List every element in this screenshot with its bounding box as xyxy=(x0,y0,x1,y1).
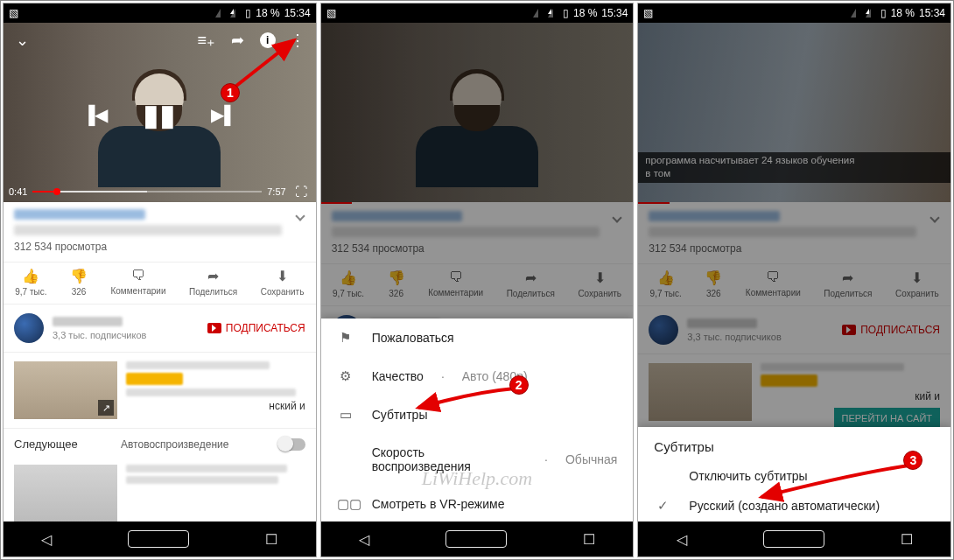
flag-icon: ⚑ xyxy=(337,330,354,346)
picture-icon: ▧ xyxy=(326,7,336,19)
menu-vr[interactable]: ▢▢Смотреть в VR-режиме xyxy=(321,485,634,522)
status-bar: ▧ ▯ 18 % 15:34 xyxy=(638,4,950,23)
progress-bar[interactable] xyxy=(32,191,262,192)
subscriber-count: 3,3 тыс. подписчиков xyxy=(53,330,146,340)
collapse-icon[interactable]: ⌄ xyxy=(12,31,32,50)
signal-1-icon xyxy=(533,9,544,18)
time-total: 7:57 xyxy=(267,186,285,197)
action-bar: 👍9,7 тыс. 👎326 🗨Комментарии ➦Поделиться … xyxy=(4,262,316,304)
annotation-arrow-1 xyxy=(228,35,306,96)
up-next-row: Следующее Автовоспроизведение xyxy=(4,428,316,459)
autoplay-toggle[interactable] xyxy=(279,438,305,451)
view-count: 312 534 просмотра xyxy=(14,241,305,253)
signal-1-icon xyxy=(215,9,226,18)
channel-avatar xyxy=(14,313,44,343)
share-button[interactable]: ➦Поделиться xyxy=(189,268,237,297)
vr-icon: ▢▢ xyxy=(337,496,354,512)
clock: 15:34 xyxy=(601,7,628,19)
thumb-up-icon: 👍 xyxy=(22,268,39,284)
back-icon[interactable]: ◁ xyxy=(41,531,52,548)
annotation-badge-2: 2 xyxy=(509,375,529,395)
like-button[interactable]: 👍9,7 тыс. xyxy=(15,268,46,297)
settings-sheet: ⚑Пожаловаться ⚙Качество·Авто (480p) ▭Суб… xyxy=(321,318,634,522)
status-bar: ▧ ▯ 18 % 15:34 xyxy=(4,4,316,23)
battery-percent: 18 % xyxy=(256,7,279,19)
save-button[interactable]: ⬇Сохранить xyxy=(261,268,305,297)
check-icon: ✓ xyxy=(654,498,671,514)
phone-1: ▧ ▯ 18 % 15:34 ⌄ ≡₊ ➦ i ⋮ ▐◀ ▮▮ xyxy=(3,3,317,557)
phone-2: ▧ ▯ 18 % 15:34 312 534 просмотра 👍9,7 ты… xyxy=(320,3,635,557)
back-icon[interactable]: ◁ xyxy=(359,531,369,548)
gear-icon: ⚙ xyxy=(337,368,354,384)
battery-icon: ▯ xyxy=(563,7,569,19)
triptych: ▧ ▯ 18 % 15:34 ⌄ ≡₊ ➦ i ⋮ ▐◀ ▮▮ xyxy=(0,0,954,560)
rec-thumbnail: ↗ xyxy=(14,361,117,419)
battery-percent: 18 % xyxy=(891,7,915,19)
signal-2-icon xyxy=(866,9,876,18)
channel-name xyxy=(53,317,123,326)
fullscreen-icon[interactable]: ⛶ xyxy=(291,185,311,199)
pause-icon[interactable]: ▮▮ xyxy=(143,97,176,132)
menu-report[interactable]: ⚑Пожаловаться xyxy=(321,318,634,357)
status-bar: ▧ ▯ 18 % 15:34 xyxy=(321,4,634,23)
battery-icon: ▯ xyxy=(880,7,887,19)
subtitles-icon: ▭ xyxy=(337,407,354,423)
android-navbar: ◁ ☐ xyxy=(638,522,950,556)
subscribe-button[interactable]: ПОДПИСАТЬСЯ xyxy=(207,322,305,334)
thumb-down-icon: 👎 xyxy=(70,268,88,284)
battery-percent: 18 % xyxy=(573,7,597,19)
overview-icon[interactable]: ☐ xyxy=(583,531,595,548)
home-icon[interactable] xyxy=(763,530,824,548)
overview-icon[interactable]: ☐ xyxy=(901,531,913,548)
next-icon[interactable]: ▶▌ xyxy=(211,104,236,125)
picture-icon: ▧ xyxy=(643,7,653,19)
android-navbar: ◁ ☐ xyxy=(4,522,316,556)
comments-button[interactable]: 🗨Комментарии xyxy=(110,268,165,297)
signal-2-icon xyxy=(548,9,558,18)
video-meta: 312 534 просмотра xyxy=(4,202,316,253)
android-navbar: ◁ ☐ xyxy=(321,522,634,556)
rec-thumbnail xyxy=(14,465,117,522)
phone-3: ▧ ▯ 18 % 15:34 программа насчитывает 24 … xyxy=(637,3,951,557)
youtube-icon xyxy=(207,323,221,333)
share-action-icon: ➦ xyxy=(207,268,219,284)
time-current: 0:41 xyxy=(9,186,27,197)
picture-icon: ▧ xyxy=(9,7,18,19)
svg-line-0 xyxy=(232,40,294,89)
annotation-badge-1: 1 xyxy=(221,83,240,102)
overview-icon[interactable]: ☐ xyxy=(265,531,277,548)
signal-1-icon xyxy=(851,9,861,18)
battery-icon: ▯ xyxy=(245,7,251,19)
up-next-label: Следующее xyxy=(14,438,78,451)
rec-hint: нский и xyxy=(126,400,305,412)
clock: 15:34 xyxy=(919,7,945,19)
up-next-card[interactable] xyxy=(4,459,316,522)
add-to-playlist-icon[interactable]: ≡₊ xyxy=(197,31,216,50)
home-icon[interactable] xyxy=(445,530,507,548)
expand-description-icon[interactable] xyxy=(295,211,305,220)
annotation-arrow-3 xyxy=(754,460,916,504)
comments-icon: 🗨 xyxy=(131,268,145,284)
save-icon: ⬇ xyxy=(277,268,288,284)
previous-icon[interactable]: ▐◀ xyxy=(82,104,108,125)
signal-2-icon xyxy=(230,9,241,18)
autoplay-label: Автовоспроизведение xyxy=(121,438,228,451)
clock: 15:34 xyxy=(284,7,311,19)
back-icon[interactable]: ◁ xyxy=(677,531,687,548)
dislike-button[interactable]: 👎326 xyxy=(70,268,88,297)
recommendation-card[interactable]: ↗ нский и xyxy=(4,353,316,428)
channel-row[interactable]: 3,3 тыс. подписчиков ПОДПИСАТЬСЯ xyxy=(4,304,316,352)
home-icon[interactable] xyxy=(128,530,189,548)
external-link-icon: ↗ xyxy=(98,400,114,416)
menu-speed[interactable]: ·Скорость воспроизведения·Обычная xyxy=(321,434,634,485)
